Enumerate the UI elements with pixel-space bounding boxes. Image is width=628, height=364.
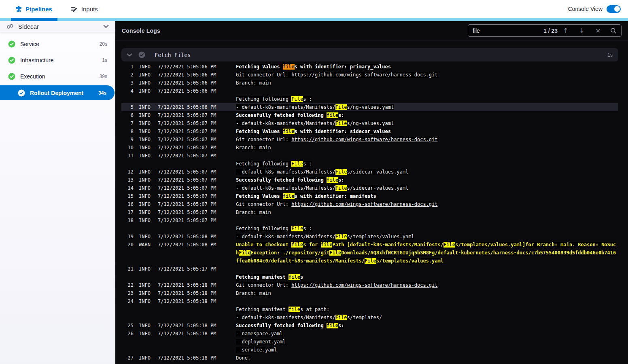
log-level: INFO [139,111,156,119]
log-message: Successfully fetched following files: [236,111,618,119]
log-level: INFO [139,176,156,184]
search-clear-button[interactable]: × [590,28,606,34]
search-icon[interactable] [606,28,617,34]
line-number: 25 [121,322,134,330]
sidebar-item-execution[interactable]: Execution 39s [0,68,115,85]
log-message [236,297,618,305]
search-match: File [291,226,303,231]
log-row: 18INFO7/12/2021 5:05:07 PM [121,216,618,224]
log-message [236,265,618,273]
log-row: 13INFO7/12/2021 5:05:07 PMSuccessfully f… [121,176,618,184]
log-timestamp: 7/12/2021 5:05:07 PM [158,200,233,208]
search-prev-button[interactable]: ↑ [558,28,574,34]
top-bar: Pipelines Inputs Console View [0,0,628,18]
step-duration: 39s [100,74,107,79]
stage-selector[interactable]: Sidecar [0,21,115,32]
log-section-header[interactable]: Fetch Files 1s [121,48,618,61]
success-check-icon [8,57,15,64]
log-row: Fetching manifest files at path: [121,305,618,313]
log-link[interactable]: https://github.com/wings-software/harnes… [291,137,437,142]
line-number: 22 [121,281,134,289]
search-match: File [329,250,341,256]
tab-inputs[interactable]: Inputs [71,6,98,13]
log-timestamp: 7/12/2021 5:05:18 PM [158,289,233,297]
log-link[interactable]: https://github.com/wings-software/harnes… [291,201,437,207]
line-number: 1 [121,63,134,71]
log-row: - deployment.yaml [121,338,618,346]
search-match: File [335,185,347,191]
chevron-down-icon[interactable] [103,25,109,28]
line-number: 20 [121,241,134,265]
log-message: Fetching following Files : [236,95,618,103]
log-message: Fetching Values files with identifier: s… [236,127,618,135]
log-message: - default-k8s-manifests/Manifests/Files/… [236,168,618,176]
log-row: 6INFO7/12/2021 5:05:07 PMSuccessfully fe… [121,111,618,119]
log-timestamp: 7/12/2021 5:05:18 PM [158,354,233,362]
search-match: file [327,112,338,118]
log-level [139,338,156,346]
search-match: File [335,169,347,175]
log-message: Fetching manifest files at path: [236,305,618,313]
log-timestamp: 7/12/2021 5:05:07 PM [158,119,233,127]
step-duration: 20s [100,41,107,47]
sidebar-item-rollout-deployment[interactable]: Rollout Deployment 34s [0,85,115,100]
log-level [139,313,156,322]
log-search-box[interactable]: file 1 / 23 ↑ ↓ × [468,24,622,37]
line-number: 13 [121,176,134,184]
section-collapse-chevron-icon[interactable] [127,53,132,57]
log-row: - service.yaml [121,346,618,354]
search-match: file [283,129,295,134]
search-next-button[interactable]: ↓ [574,28,590,34]
log-message: Fetching Values files with identifier: p… [236,63,618,71]
line-number [121,95,134,103]
console-header: Console Logs file 1 / 23 ↑ ↓ × [115,21,628,40]
search-match: file [321,242,333,248]
log-lines: 1INFO7/12/2021 5:05:06 PMFetching Values… [121,63,618,362]
log-timestamp: 7/12/2021 5:05:06 PM [158,87,233,95]
log-level: INFO [139,103,156,111]
log-level: INFO [139,119,156,127]
line-number: 19 [121,233,134,241]
tab-pipelines[interactable]: Pipelines [15,6,52,13]
log-timestamp: 7/12/2021 5:05:07 PM [158,111,233,119]
log-level [139,273,156,281]
search-match-position: 1 / 23 [543,28,558,34]
tab-inputs-label: Inputs [81,6,98,13]
log-link[interactable]: https://github.com/wings-software/harnes… [291,282,437,288]
log-message: Git connector Url: https://github.com/wi… [236,200,618,208]
log-level: INFO [139,297,156,305]
log-level: INFO [139,192,156,200]
log-timestamp: 7/12/2021 5:05:07 PM [158,144,233,152]
console-view-toggle[interactable] [607,5,621,13]
log-timestamp [158,305,233,313]
line-number [121,224,134,233]
search-input[interactable]: file [473,28,480,34]
log-level [139,305,156,313]
search-match: file [289,307,300,312]
log-timestamp: 7/12/2021 5:05:07 PM [158,168,233,176]
log-timestamp: 7/12/2021 5:05:07 PM [158,176,233,184]
log-level: INFO [139,152,156,160]
log-timestamp: 7/12/2021 5:05:07 PM [158,216,233,224]
line-number: 7 [121,119,134,127]
search-match: File [291,96,303,102]
log-timestamp: 7/12/2021 5:05:08 PM [158,241,233,265]
line-number: 4 [121,87,134,95]
line-number: 12 [121,168,134,176]
log-message [236,87,618,95]
log-link[interactable]: https://github.com/wings-software/harnes… [291,72,437,78]
search-match: File [335,234,347,239]
log-message: - default-k8s-manifests/Manifests/Files/… [236,103,618,111]
console-view-control: Console View [568,5,621,13]
log-message: Unable to checkout files for filePath [d… [236,241,618,265]
search-match: file [283,193,295,199]
sidebar-item-infrastructure[interactable]: Infrastructure 1s [0,52,115,68]
line-number: 27 [121,354,134,362]
log-level: INFO [139,289,156,297]
log-level: INFO [139,281,156,289]
log-row: 14INFO7/12/2021 5:05:07 PM- default-k8s-… [121,184,618,192]
sidebar-item-service[interactable]: Service 20s [0,36,115,52]
log-timestamp: 7/12/2021 5:05:07 PM [158,184,233,192]
log-row: 9INFO7/12/2021 5:05:07 PMGit connector U… [121,135,618,144]
log-level: INFO [139,144,156,152]
